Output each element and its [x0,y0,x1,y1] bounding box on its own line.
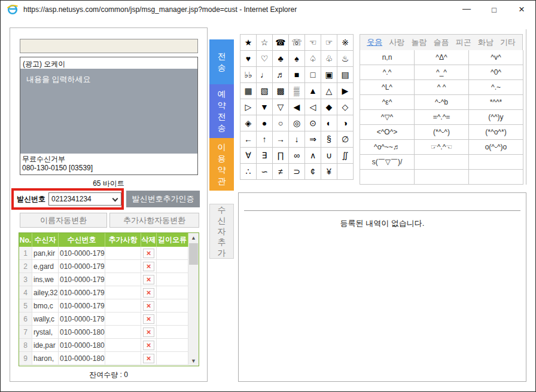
symbol-cell[interactable]: ▒ [289,83,304,99]
symbol-cell[interactable]: ⇒ [305,131,321,147]
emoticon-tab[interactable]: 기타 [500,37,516,48]
emoticon-cell[interactable]: ^ ^ [415,80,468,94]
emoticon-cell[interactable]: ^Δ^ [415,50,468,65]
delete-row-button[interactable]: × [143,314,154,324]
emoticon-cell[interactable] [469,170,523,184]
delete-row-button[interactable]: × [143,341,154,350]
emoticon-cell[interactable]: *^^* [469,95,523,109]
symbol-cell[interactable]: ▧ [257,83,272,99]
symbol-cell[interactable]: ▦ [240,83,256,99]
symbol-cell[interactable]: ∽ [257,164,272,179]
emoticon-cell[interactable]: n,n [360,50,414,65]
add-recipient-button[interactable]: 수신자추가 [209,204,234,259]
symbol-cell[interactable]: ☎ [273,35,288,50]
symbol-cell[interactable]: ¢ [305,164,321,179]
symbol-cell[interactable]: ★ [240,35,256,50]
symbol-cell[interactable]: ◐ [321,115,337,131]
table-scrollbar[interactable]: ▲ ▼ [188,233,199,366]
emoticon-cell[interactable]: ☞^.^☜ [415,140,468,154]
emoticon-cell[interactable]: ^_^ [415,65,468,79]
symbol-cell[interactable]: ∬ [337,148,353,163]
symbol-cell[interactable]: ◈ [240,115,256,131]
symbol-cell[interactable]: ∴ [240,164,256,179]
emoticon-cell[interactable] [415,155,468,169]
symbol-cell[interactable]: ≠ [273,164,288,179]
emoticon-cell[interactable]: (^^)y [469,110,523,124]
subject-input[interactable] [20,39,198,53]
symbol-cell[interactable]: ☆ [257,35,272,50]
symbol-cell[interactable]: ▣ [321,67,337,82]
symbol-cell[interactable]: ♬ [273,67,288,82]
terms-of-use-button[interactable]: 이용약관 [209,138,234,191]
symbol-cell[interactable]: ☏ [289,35,304,50]
delete-row-button[interactable]: × [143,249,154,258]
delete-row-button[interactable]: × [143,301,154,311]
symbol-cell[interactable]: ♥ [240,51,256,66]
symbol-cell[interactable] [337,164,353,179]
symbol-cell[interactable]: ▷ [240,99,256,115]
symbol-cell[interactable]: ← [240,131,256,147]
symbol-cell[interactable]: ♧ [321,51,337,66]
symbol-cell[interactable]: ♡ [257,51,272,66]
reserve-send-button[interactable]: 예약전송 [209,84,234,138]
emoticon-cell[interactable]: ^▽^ [360,110,414,124]
symbol-cell[interactable]: ☜ [305,35,321,50]
symbol-cell[interactable]: ∀ [240,148,256,163]
symbol-cell[interactable]: ∧ [305,148,321,163]
emoticon-cell[interactable]: ^0^ [469,65,523,79]
emoticon-cell[interactable]: =^.^= [415,110,468,124]
symbol-cell[interactable]: ⊃ [289,164,304,179]
symbol-cell[interactable]: ⊙ [305,115,321,131]
symbol-cell[interactable]: § [321,131,337,147]
emoticon-tab[interactable]: 웃음 [367,37,382,48]
emoticon-tab[interactable]: 슬픔 [434,37,449,48]
emoticon-cell[interactable]: ^-^b [415,95,468,109]
symbol-cell[interactable]: ■ [289,67,304,82]
symbol-cell[interactable]: ☞ [321,35,337,50]
emoticon-cell[interactable]: ^.^ [360,65,414,79]
emoticon-cell[interactable]: (*^-^) [415,125,468,139]
symbol-cell[interactable]: ♠ [289,51,304,66]
symbol-cell[interactable]: ▼ [257,99,272,115]
delete-row-button[interactable]: × [143,288,154,298]
symbol-cell[interactable]: □ [305,67,321,82]
emoticon-cell[interactable]: <^O^> [360,125,414,139]
scrollbar-thumb[interactable] [189,243,198,265]
symbol-cell[interactable]: ∪ [321,148,337,163]
symbol-cell[interactable]: ♨ [337,51,353,66]
emoticon-tab[interactable]: 화남 [478,37,494,48]
symbol-cell[interactable]: ◎ [289,115,304,131]
emoticon-cell[interactable] [360,170,414,184]
emoticon-cell[interactable] [469,155,523,169]
emoticon-cell[interactable]: ^o^~~♬ [360,140,414,154]
sender-number-auth-button[interactable]: 발신번호추가인증 [126,191,200,207]
symbol-cell[interactable]: ∞ [289,148,304,163]
symbol-cell[interactable]: ♭♭ [240,67,256,82]
symbol-cell[interactable]: ◆ [321,99,337,115]
emoticon-cell[interactable]: ^v^ [469,50,523,65]
symbol-cell[interactable]: ▶ [337,83,353,99]
sender-number-select[interactable]: 0212341234 [48,192,121,206]
extra-auto-convert-button[interactable]: 추가사항자동변환 [109,213,199,228]
symbol-cell[interactable]: ↓ [289,131,304,147]
symbol-cell[interactable]: ● [257,115,272,131]
symbol-cell[interactable]: ∏ [273,148,288,163]
emoticon-tab[interactable]: 놀람 [411,37,427,48]
delete-row-button[interactable]: × [143,262,154,271]
symbol-cell[interactable]: ♩ [257,67,272,82]
scroll-down-icon[interactable]: ▼ [188,356,199,366]
emoticon-tab[interactable]: 사랑 [389,37,404,48]
emoticon-cell[interactable]: ^ε^ [360,95,414,109]
message-textarea[interactable]: 내용을 입력하세요 [20,69,197,153]
symbol-cell[interactable]: ▽ [273,99,288,115]
symbol-cell[interactable]: ○ [273,115,288,131]
symbol-cell[interactable]: ◀ [289,99,304,115]
symbol-cell[interactable]: ▲ [305,83,321,99]
delete-row-button[interactable]: × [143,354,154,363]
emoticon-cell[interactable]: ^L^ [360,80,414,94]
symbol-cell[interactable]: ▤ [337,67,353,82]
symbol-cell[interactable]: ↑ [257,131,272,147]
symbol-cell[interactable]: → [273,131,288,147]
symbol-cell[interactable]: ∅ [337,131,353,147]
symbol-cell[interactable]: ◇ [337,99,353,115]
